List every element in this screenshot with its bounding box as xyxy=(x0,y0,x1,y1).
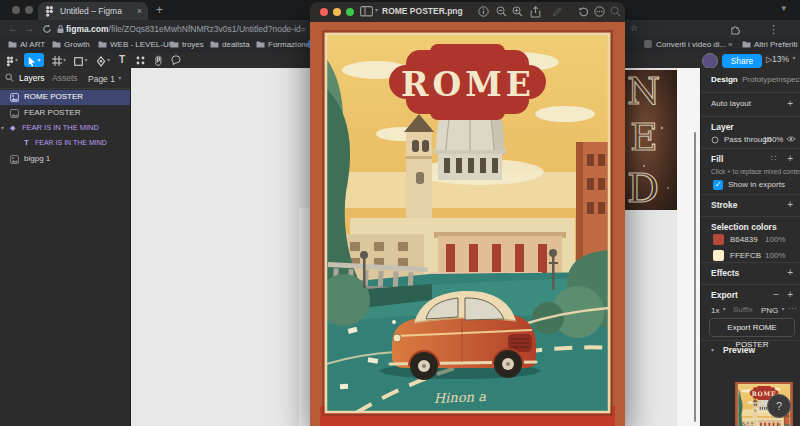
url-domain: figma.com xyxy=(66,24,109,34)
layer-opacity-value[interactable]: 100% xyxy=(763,135,783,144)
tab-prototype[interactable]: Prototype xyxy=(742,75,776,84)
fill-styles-icon[interactable]: ∷ xyxy=(771,153,777,163)
color-opacity[interactable]: 100% xyxy=(765,235,785,244)
help-button[interactable]: ? xyxy=(767,394,791,418)
tab-assets[interactable]: Assets xyxy=(52,68,78,88)
tab-close-icon[interactable]: × xyxy=(137,2,142,20)
fragment-letters: N E D xyxy=(622,70,677,210)
pen-tool[interactable]: ▾ xyxy=(94,53,112,67)
layer-row-bigpg[interactable]: bigpg 1 xyxy=(0,152,130,166)
color-hex[interactable]: FFEFCB xyxy=(730,251,761,260)
frame-tool[interactable]: ▾ xyxy=(50,53,68,67)
bookmark-item[interactable]: AI ART xyxy=(8,40,45,49)
pen-icon xyxy=(96,56,106,67)
add-auto-layout-icon[interactable]: + xyxy=(787,98,793,109)
layers-panel-header: Layers Assets Page 1 ▾ xyxy=(0,68,130,89)
export-scale-dropdown[interactable]: 1x ▾ xyxy=(711,305,726,315)
hand-tool[interactable] xyxy=(151,53,165,67)
effects-section-title: Effects xyxy=(711,268,739,278)
info-icon[interactable] xyxy=(478,6,489,17)
blend-mode-icon[interactable] xyxy=(711,136,719,144)
zoom-in-icon[interactable] xyxy=(512,6,523,17)
color-swatch[interactable] xyxy=(713,250,724,261)
user-avatar[interactable] xyxy=(702,53,718,69)
zoom-level-dropdown[interactable]: 13% ▾ xyxy=(772,54,795,64)
close-button[interactable] xyxy=(320,8,328,16)
tab-design[interactable]: Design xyxy=(711,75,738,84)
search-icon[interactable] xyxy=(5,73,14,82)
export-button[interactable]: Export ROME POSTER xyxy=(709,318,795,337)
other-bookmarks-button[interactable]: Altri Preferiti xyxy=(742,40,798,49)
back-icon[interactable]: ← xyxy=(8,22,19,34)
bookmark-item[interactable]: troyes xyxy=(170,40,204,49)
tab-inspect[interactable]: Inspect xyxy=(776,75,800,84)
extensions-puzzle-icon[interactable] xyxy=(730,24,741,35)
page-selector[interactable]: Page 1 ▾ xyxy=(88,68,121,89)
color-hex[interactable]: B64839 xyxy=(730,235,758,244)
add-fill-icon[interactable]: + xyxy=(787,153,793,164)
add-effect-icon[interactable]: + xyxy=(787,267,793,278)
bookmark-star-icon[interactable]: ☆ xyxy=(630,23,638,33)
preview-collapse-caret-icon[interactable]: ▾ xyxy=(711,346,714,353)
bookmark-item[interactable]: Converti i video di... xyxy=(644,40,726,49)
rotate-icon[interactable] xyxy=(578,6,589,17)
color-opacity[interactable]: 100% xyxy=(765,251,785,260)
cursor-icon xyxy=(27,56,36,67)
new-tab-button[interactable]: + xyxy=(156,3,163,17)
add-export-icon[interactable]: + xyxy=(787,289,793,300)
shape-tool[interactable]: ▾ xyxy=(72,53,90,67)
text-tool[interactable]: T xyxy=(116,53,128,67)
minimize-button[interactable] xyxy=(333,8,341,16)
layer-row-rome-poster[interactable]: ROME POSTER xyxy=(0,90,130,105)
layer-row-component[interactable]: ▾ ◆ FEAR IS IN THE MIND xyxy=(0,121,130,135)
bookmark-item[interactable]: Growth xyxy=(52,40,90,49)
canvas-scrollbar[interactable] xyxy=(694,132,696,422)
sidebar-chevron-icon[interactable]: ▾ xyxy=(375,6,378,13)
browser-tab[interactable]: Untitled – Figma × xyxy=(38,2,148,20)
svg-text:N: N xyxy=(627,70,660,113)
layer-row-fear-poster[interactable]: FEAR POSTER xyxy=(0,106,130,120)
markup-pencil-icon[interactable] xyxy=(552,6,563,17)
address-url[interactable]: figma.com/file/ZOqs831eMwhNfNMRz3v0s1/Un… xyxy=(66,24,306,34)
bookmark-item[interactable]: Formazione xyxy=(256,40,310,49)
rome-poster-image[interactable]: Hinon a ROME xyxy=(310,22,625,426)
zoom-out-icon[interactable] xyxy=(496,6,507,17)
search-icon[interactable] xyxy=(610,6,621,17)
bookmarks-overflow-icon[interactable]: » xyxy=(728,40,732,49)
fear-poster-fragment[interactable]: N E D xyxy=(622,70,677,210)
bookmark-item[interactable]: WEB - LEVEL-UP xyxy=(98,40,174,49)
share-button[interactable]: Share xyxy=(722,54,762,68)
preview-titlebar[interactable]: ▾ ROME POSTER.png xyxy=(310,2,625,23)
bookmark-item[interactable]: dealista xyxy=(210,40,250,49)
forward-icon[interactable]: → xyxy=(24,22,35,34)
move-tool[interactable]: ▾ xyxy=(24,53,44,67)
figma-main-menu[interactable]: ▾ xyxy=(3,53,21,67)
window-minimize-button[interactable] xyxy=(25,6,33,14)
eye-icon[interactable] xyxy=(786,135,796,143)
resources-tool[interactable] xyxy=(133,53,147,67)
export-settings-icon[interactable]: ⋯ xyxy=(788,304,796,313)
image-layer-icon xyxy=(10,155,19,164)
show-in-exports-checkbox[interactable]: ✓ xyxy=(713,180,723,190)
sidebar-toggle-icon[interactable] xyxy=(360,6,373,17)
comment-tool[interactable] xyxy=(169,53,183,67)
browser-menu-icon[interactable]: ⋮ xyxy=(768,23,779,36)
reload-icon[interactable] xyxy=(42,24,52,34)
expand-caret-icon[interactable]: ▾ xyxy=(1,121,4,135)
export-format-dropdown[interactable]: PNG ▾ xyxy=(761,305,785,315)
export-suffix-placeholder[interactable]: Suffix xyxy=(733,305,753,314)
layer-row-text[interactable]: T FEAR IS IN THE MIND xyxy=(0,136,130,150)
more-tools-icon[interactable] xyxy=(594,6,605,17)
figma-favicon xyxy=(45,6,54,17)
add-stroke-icon[interactable]: + xyxy=(787,199,793,210)
share-icon[interactable] xyxy=(530,6,541,18)
tab-search-chevron-icon[interactable]: ▾ xyxy=(781,3,786,13)
frame-icon xyxy=(52,56,62,66)
zoom-button[interactable] xyxy=(346,8,354,16)
figma-logo-icon xyxy=(6,56,14,67)
window-close-button[interactable] xyxy=(12,6,20,14)
color-swatch[interactable] xyxy=(713,234,724,245)
url-path: /file/ZOqs831eMwhNfNMRz3v0s1/Untitled?no… xyxy=(109,24,306,34)
tab-layers[interactable]: Layers xyxy=(19,68,45,88)
remove-export-icon[interactable]: − xyxy=(773,289,779,300)
